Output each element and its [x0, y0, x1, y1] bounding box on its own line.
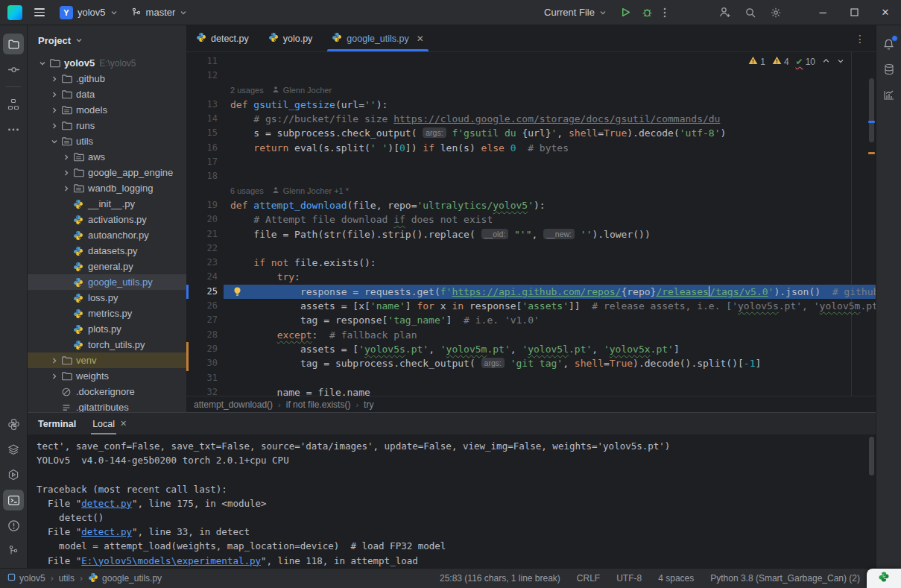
editor-inlay-line[interactable]: 6 usagesGlenn Jocher +1 *	[186, 184, 876, 198]
run-configuration-selector[interactable]: Current File	[541, 4, 610, 20]
terminal-panel-title[interactable]: Terminal	[38, 419, 76, 429]
tree-item-aws[interactable]: aws	[28, 149, 186, 165]
line-number[interactable]: 26	[186, 299, 224, 313]
tool-button-python-packages[interactable]	[3, 414, 24, 434]
previous-issue-icon[interactable]	[822, 57, 830, 67]
editor-line-29[interactable]: 29 assets = ['yolov5s.pt', 'yolov5m.pt',…	[186, 342, 876, 356]
editor-line-20[interactable]: 20 # Attempt file download if does not e…	[186, 212, 876, 227]
close-icon[interactable]: ✕	[120, 419, 127, 429]
tab-yolo-py[interactable]: yolo.py	[259, 25, 323, 51]
line-number[interactable]	[186, 83, 224, 98]
editor-line-31[interactable]: 31	[186, 371, 876, 385]
terminal-scrollbar[interactable]	[869, 437, 874, 475]
editor-line-25[interactable]: 25 response = requests.get(f'https://api…	[186, 285, 876, 299]
line-number[interactable]: 13	[186, 98, 224, 112]
tree-item-models[interactable]: models	[28, 102, 186, 118]
status-widget[interactable]: 4 spaces	[658, 573, 694, 584]
breadcrumb-item[interactable]: if not file.exists()	[286, 399, 351, 410]
tree-item-autoanchor.py[interactable]: autoanchor.py	[28, 227, 186, 243]
editor-line-26[interactable]: 26 assets = [x['name'] for x in response…	[186, 299, 876, 313]
file-link[interactable]: E:\yolov5\models\experimental.py	[81, 555, 261, 566]
debug-button[interactable]	[642, 7, 653, 18]
tree-item-runs[interactable]: runs	[28, 118, 186, 133]
tree-item-plots.py[interactable]: plots.py	[28, 321, 186, 337]
editor-line-24[interactable]: 24 try:	[186, 270, 876, 284]
maximize-button[interactable]	[838, 0, 870, 25]
tool-button-terminal[interactable]	[3, 490, 24, 510]
line-number[interactable]: 19	[186, 198, 224, 212]
editor-line-21[interactable]: 21 file = Path(str(file).strip().replace…	[186, 227, 876, 241]
line-number[interactable]: 29	[186, 342, 224, 356]
tree-item-datasets.py[interactable]: datasets.py	[28, 243, 186, 259]
notification-popup[interactable]	[867, 569, 901, 588]
main-menu-icon[interactable]	[30, 4, 49, 21]
tree-item-loss.py[interactable]: loss.py	[28, 290, 186, 306]
chevron-collapsed-icon[interactable]	[48, 91, 60, 98]
terminal-tab-local[interactable]: Local ✕	[92, 413, 127, 434]
editor-line-16[interactable]: 16 return eval(s.split(' ')[0]) if len(s…	[186, 141, 876, 155]
tree-item-google_utils.py[interactable]: google_utils.py	[28, 274, 186, 290]
tree-item-weights[interactable]: weights	[28, 368, 186, 384]
line-number[interactable]: 11	[186, 54, 224, 69]
tree-item-wandb_logging[interactable]: wandb_logging	[28, 180, 186, 196]
run-button[interactable]	[620, 7, 631, 18]
breadcrumb-item[interactable]: try	[364, 399, 373, 410]
line-number[interactable]: 15	[186, 126, 224, 140]
status-widget[interactable]: Python 3.8 (Smart_Garbage_Can) (2)	[710, 573, 860, 584]
line-number[interactable]: 25	[186, 285, 224, 299]
tree-item-metrics.py[interactable]: metrics.py	[28, 306, 186, 321]
tool-button-commit[interactable]	[3, 59, 24, 80]
warning-count-1[interactable]: 1	[748, 56, 765, 67]
author-annotation[interactable]: Glenn Jocher +1 *	[283, 184, 349, 198]
editor-line-15[interactable]: 15 s = subprocess.check_output( args: f'…	[186, 126, 876, 140]
line-number[interactable]: 30	[186, 356, 224, 370]
editor-line-30[interactable]: 30 tag = subprocess.check_output( args: …	[186, 356, 876, 370]
tree-item-utils[interactable]: utils	[28, 133, 186, 149]
editor-line-27[interactable]: 27 tag = response['tag_name'] # i.e. 'v1…	[186, 313, 876, 327]
tool-button-database[interactable]	[879, 59, 900, 80]
tab-detect-py[interactable]: detect.py	[186, 25, 259, 51]
status-widget[interactable]: UTF-8	[616, 573, 642, 584]
line-number[interactable]: 14	[186, 112, 224, 126]
tree-item-venv[interactable]: venv	[28, 353, 186, 368]
tree-item-activations.py[interactable]: activations.py	[28, 212, 186, 227]
typo-count[interactable]: ✔ 10	[796, 57, 815, 67]
line-number[interactable]: 23	[186, 256, 224, 270]
editor-line-23[interactable]: 23 if not file.exists():	[186, 256, 876, 270]
tool-button-problems[interactable]	[3, 515, 24, 536]
settings-gear-icon[interactable]	[770, 7, 782, 19]
chevron-collapsed-icon[interactable]	[48, 357, 60, 364]
line-number[interactable]: 17	[186, 155, 224, 169]
editor-line-13[interactable]: 13def gsutil_getsize(url=''):	[186, 98, 876, 112]
inspection-widget[interactable]: 1 4 ✔ 10	[748, 56, 844, 67]
line-number[interactable]: 27	[186, 313, 224, 327]
branch-selector[interactable]: master	[128, 4, 191, 20]
close-icon[interactable]: ✕	[417, 34, 424, 44]
chevron-expanded-icon[interactable]	[48, 138, 60, 145]
next-issue-icon[interactable]	[837, 57, 844, 67]
close-button[interactable]: ✕	[870, 0, 901, 25]
more-actions-icon[interactable]	[663, 7, 666, 19]
author-annotation[interactable]: Glenn Jocher	[283, 83, 332, 98]
file-link[interactable]: detect.py	[81, 526, 132, 537]
tool-button-endpoints[interactable]	[879, 84, 900, 105]
line-number[interactable]: 20	[186, 212, 224, 227]
tree-item-torch_utils.py[interactable]: torch_utils.py	[28, 337, 186, 353]
editor-line-14[interactable]: 14 # gs://bucket/file size https://cloud…	[186, 112, 876, 126]
tree-item-.gitattributes[interactable]: .gitattributes	[28, 399, 186, 412]
chevron-expanded-icon[interactable]	[37, 60, 48, 67]
line-number[interactable]: 24	[186, 270, 224, 284]
line-number[interactable]: 31	[186, 371, 224, 385]
line-number[interactable]: 22	[186, 241, 224, 256]
code-with-me-icon[interactable]	[718, 6, 731, 19]
editor-line-28[interactable]: 28 except: # fallback plan	[186, 328, 876, 342]
tool-button-more-tools[interactable]	[3, 119, 24, 140]
tab-google_utils-py[interactable]: google_utils.py✕	[322, 25, 433, 51]
status-widget[interactable]: 25:83 (116 chars, 1 line break)	[440, 573, 560, 584]
tree-item-.github[interactable]: .github	[28, 71, 186, 86]
chevron-collapsed-icon[interactable]	[48, 373, 60, 380]
line-number[interactable]: 28	[186, 328, 224, 342]
chevron-collapsed-icon[interactable]	[48, 75, 60, 83]
status-breadcrumb-utils[interactable]: utils	[59, 573, 75, 584]
line-number[interactable]: 32	[186, 385, 224, 396]
